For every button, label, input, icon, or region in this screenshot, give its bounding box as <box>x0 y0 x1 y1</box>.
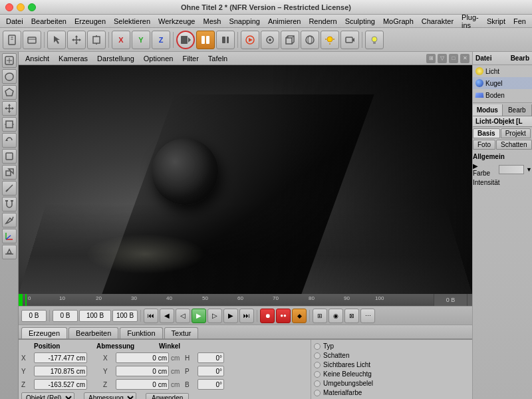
tab-textur[interactable]: Textur <box>164 327 199 338</box>
viewport-icon-3[interactable]: □ <box>449 54 458 63</box>
bearbeiten-tab[interactable]: Bearb <box>503 104 533 116</box>
left-floor-tool[interactable] <box>2 245 17 259</box>
transport-pose[interactable]: ◉ <box>329 309 343 323</box>
toolbar-move[interactable] <box>67 31 86 49</box>
p-input[interactable] <box>198 366 224 376</box>
transport-goto-end[interactable]: ⏭ <box>239 309 254 323</box>
viewport-icon-2[interactable]: ▽ <box>438 54 447 63</box>
close-button[interactable] <box>5 3 13 11</box>
3d-viewport[interactable] <box>19 65 472 294</box>
left-brush-tool[interactable] <box>2 213 17 227</box>
toolbar-cursor[interactable] <box>47 31 66 49</box>
transport-keyframe[interactable]: ◆ <box>292 309 307 323</box>
menu-rendern[interactable]: Rendern <box>305 17 340 26</box>
viewport-icon-4[interactable]: ✕ <box>460 54 469 63</box>
toolbar-cube[interactable] <box>281 31 299 49</box>
transport-curve[interactable]: ⋯ <box>360 309 375 323</box>
toolbar-scale[interactable] <box>87 31 106 49</box>
viewport-tafeln[interactable]: Tafeln <box>204 54 231 63</box>
max-frame-input[interactable] <box>112 310 138 322</box>
menu-selektieren[interactable]: Selektieren <box>110 17 154 26</box>
current-frame-input[interactable] <box>21 310 47 322</box>
menu-bearbeiten[interactable]: Bearbeiten <box>28 17 70 26</box>
viewport-optionen[interactable]: Optionen <box>140 54 178 63</box>
left-select-tool[interactable] <box>2 53 17 68</box>
scene-item-kugel[interactable]: Kugel <box>473 77 532 89</box>
tab-bearbeiten[interactable]: Bearbeiten <box>68 327 118 338</box>
left-polygon-tool[interactable] <box>2 85 17 100</box>
timeline-ruler[interactable]: 0 10 20 30 40 50 60 70 80 90 100 <box>23 294 434 306</box>
left-axis-tool[interactable] <box>2 229 17 243</box>
toolbar-new[interactable] <box>3 31 21 49</box>
viewport-darstellung[interactable]: Darstellung <box>93 54 138 63</box>
transport-step-fwd[interactable]: ▷ <box>207 309 222 323</box>
left-move-tool[interactable] <box>2 101 17 116</box>
y-abs-input[interactable] <box>116 366 169 376</box>
left-rotate-tool[interactable] <box>2 133 17 148</box>
menu-plugins[interactable]: Plug-ins <box>458 13 482 30</box>
schatten-tab[interactable]: Foto <box>473 140 495 150</box>
viewport-icon-1[interactable]: ⊞ <box>426 54 436 63</box>
toolbar-open[interactable] <box>23 31 41 49</box>
menu-mesh[interactable]: Mesh <box>200 17 224 26</box>
toolbar-z-axis[interactable]: Z <box>152 31 170 49</box>
transport-step-fwd-2[interactable]: ▶ <box>223 309 238 323</box>
y-pos-input[interactable] <box>34 366 87 376</box>
toolbar-skip-end[interactable] <box>216 31 235 49</box>
toolbar-camera-tool[interactable] <box>340 31 359 49</box>
left-magnet-tool[interactable] <box>2 197 17 211</box>
transport-step-back[interactable]: ◀ <box>160 309 174 323</box>
z-abs-input[interactable] <box>116 379 169 390</box>
menu-fenster[interactable]: Fen <box>510 17 529 26</box>
toolbar-record-keyframe[interactable] <box>176 31 195 49</box>
toolbar-sphere-tool[interactable] <box>301 31 319 49</box>
z-pos-input[interactable] <box>34 379 87 390</box>
toolbar-bulb[interactable] <box>365 31 384 49</box>
color-swatch[interactable] <box>499 165 525 174</box>
left-knife-tool[interactable] <box>2 181 17 196</box>
transport-goto-start[interactable]: ⏮ <box>144 309 158 323</box>
color-arrow[interactable]: ▼ <box>526 166 532 173</box>
toolbar-render[interactable] <box>241 31 259 49</box>
objekt-rel-select[interactable]: Objekt (Rel) <box>21 392 74 399</box>
timeline-scroll-right[interactable] <box>467 294 472 306</box>
tab-funktion[interactable]: Funktion <box>120 327 162 338</box>
transport-record[interactable]: ⏺ <box>260 309 275 323</box>
end-frame-input[interactable] <box>79 310 111 322</box>
h-input[interactable] <box>198 352 224 363</box>
scene-item-boden[interactable]: Boden <box>473 89 532 101</box>
x-abs-input[interactable] <box>116 352 169 363</box>
mode-tab[interactable]: Modus <box>473 104 503 116</box>
toolbar-play-anim[interactable] <box>196 31 215 49</box>
menu-snapping[interactable]: Snapping <box>225 17 263 26</box>
viewport-ansicht[interactable]: Ansicht <box>21 54 53 63</box>
left-box-tool[interactable] <box>2 149 17 164</box>
x-pos-input[interactable] <box>34 352 87 363</box>
b-input[interactable] <box>198 379 224 390</box>
maximize-button[interactable] <box>28 3 36 11</box>
menu-werkzeuge[interactable]: Werkzeuge <box>155 17 198 26</box>
toolbar-light-tool[interactable] <box>321 31 339 49</box>
transport-record-2[interactable]: ●● <box>276 309 291 323</box>
abmessung-select[interactable]: Abmessung <box>84 392 136 399</box>
basis-tab[interactable]: Basis <box>473 128 500 138</box>
transport-step-back-2[interactable]: ◁ <box>176 309 190 323</box>
menu-mograph[interactable]: MoGraph <box>380 17 417 26</box>
scene-item-licht[interactable]: Licht <box>473 65 532 77</box>
tab-erzeugen[interactable]: Erzeugen <box>21 327 67 338</box>
left-lasso-tool[interactable] <box>2 69 17 84</box>
minimize-button[interactable] <box>17 3 25 11</box>
foto-tab[interactable]: Projekt <box>501 128 531 138</box>
anwenden-button[interactable]: Anwenden <box>146 393 189 400</box>
transport-dope[interactable]: ⊠ <box>344 309 359 323</box>
menu-charakter[interactable]: Charakter <box>418 17 457 26</box>
toolbar-x-axis[interactable]: X <box>112 31 130 49</box>
viewport-filter[interactable]: Filter <box>178 54 202 63</box>
menu-erzeugen[interactable]: Erzeugen <box>71 17 109 26</box>
menu-sculpting[interactable]: Sculpting <box>342 17 378 26</box>
projekt-tab[interactable]: Schatten <box>496 140 531 150</box>
toolbar-y-axis[interactable]: Y <box>132 31 150 49</box>
viewport-kameras[interactable]: Kameras <box>55 54 92 63</box>
menu-animieren[interactable]: Animieren <box>265 17 305 26</box>
toolbar-render-settings[interactable] <box>261 31 279 49</box>
